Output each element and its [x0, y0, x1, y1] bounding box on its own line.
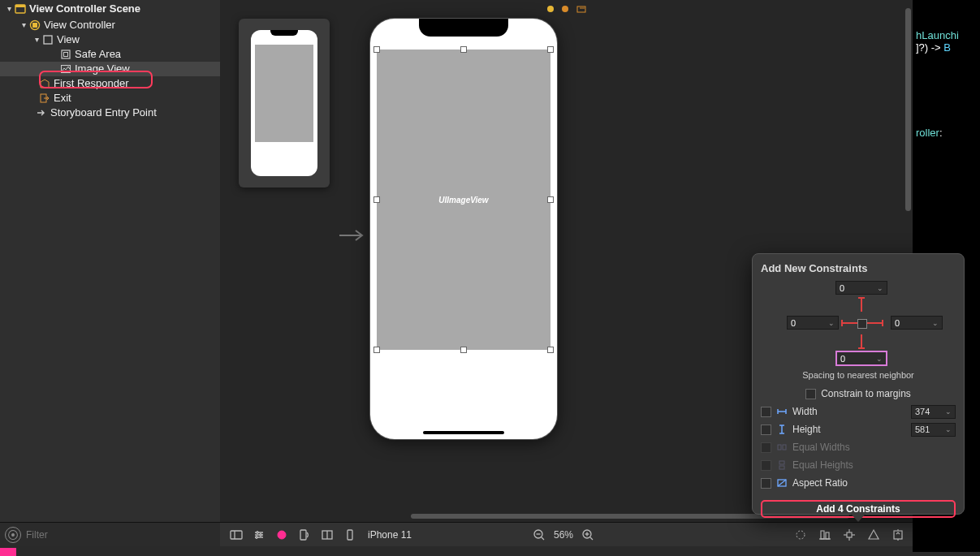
outline-label: Exit — [54, 91, 71, 106]
imageview-label: UIImageView — [438, 196, 488, 205]
disclosure-icon[interactable]: ▾ — [32, 32, 41, 47]
outline-row-exit[interactable]: Exit — [0, 91, 220, 106]
outline-row-safe-area[interactable]: Safe Area — [0, 47, 220, 62]
resize-handle[interactable] — [547, 347, 554, 353]
constrain-margins-checkbox[interactable] — [805, 389, 816, 399]
svg-rect-3 — [32, 23, 37, 28]
popover-title: Add New Constraints — [761, 262, 956, 274]
svg-line-22 — [542, 537, 544, 540]
dropdown-icon[interactable]: ⌄ — [828, 319, 835, 327]
viewcontroller-icon — [29, 19, 41, 31]
panel-toggle-icon[interactable] — [230, 528, 243, 541]
dropdown-icon[interactable]: ⌄ — [932, 319, 939, 327]
zoom-out-icon[interactable] — [533, 528, 546, 541]
resolve-icon[interactable] — [867, 528, 880, 541]
resize-handle[interactable] — [373, 196, 380, 203]
exit-icon — [39, 93, 50, 104]
aspect-ratio-checkbox[interactable] — [761, 478, 771, 489]
svg-rect-41 — [779, 461, 784, 464]
pin-left-field[interactable]: 0⌄ — [787, 316, 839, 330]
scene-dock[interactable] — [547, 4, 586, 14]
resize-handle[interactable] — [373, 347, 380, 353]
adjust-icon[interactable] — [253, 528, 266, 541]
outline-row-view[interactable]: ▾ View — [0, 32, 220, 47]
width-checkbox[interactable] — [761, 407, 771, 417]
disclosure-icon[interactable]: ▾ — [5, 2, 13, 16]
resize-handle[interactable] — [547, 46, 554, 53]
equal-widths-checkbox — [761, 442, 771, 453]
align-icon[interactable] — [818, 528, 831, 541]
outline-label: Safe Area — [75, 47, 121, 62]
outline-label: Storyboard Entry Point — [50, 106, 157, 120]
pin-strut-top[interactable] — [861, 297, 862, 312]
dropdown-icon[interactable]: ⌄ — [945, 425, 952, 433]
zoom-in-icon[interactable] — [581, 528, 594, 541]
update-frames-icon[interactable] — [794, 528, 807, 541]
safearea-icon — [60, 49, 71, 60]
vertical-scrollbar[interactable] — [905, 8, 911, 211]
width-field[interactable]: 374⌄ — [911, 405, 956, 419]
layout-icon[interactable] — [321, 528, 334, 541]
svg-rect-17 — [300, 530, 306, 540]
constraints-popover: Add New Constraints 0⌄ 0⌄ 0⌄ 0⌄ Spacing … — [752, 253, 965, 515]
view-icon — [42, 34, 54, 45]
orientation-icon[interactable] — [298, 528, 311, 541]
embed-icon[interactable] — [891, 528, 904, 541]
outline-label: View Controller Scene — [29, 2, 140, 16]
resize-handle[interactable] — [460, 347, 467, 353]
aspect-ratio-label: Aspect Ratio — [792, 477, 848, 489]
outline-label: First Responder — [54, 76, 128, 91]
thumbnail-device — [251, 30, 317, 176]
pin-strut-right[interactable] — [867, 322, 883, 324]
height-field[interactable]: 581⌄ — [911, 423, 956, 437]
device-icon[interactable] — [343, 528, 356, 541]
pin-value: 0 — [895, 318, 900, 328]
outline-scene-row[interactable]: ▾ View Controller Scene — [0, 0, 220, 18]
code-token: ]?) -> — [916, 41, 943, 54]
disclosure-icon[interactable]: ▾ — [19, 18, 28, 32]
dropdown-icon[interactable]: ⌄ — [945, 407, 952, 416]
resize-handle[interactable] — [460, 46, 467, 53]
height-label: Height — [792, 424, 821, 435]
thumbnail-imageview — [255, 45, 313, 142]
home-indicator — [423, 431, 504, 434]
height-value: 581 — [915, 425, 930, 434]
dock-dot[interactable] — [547, 6, 554, 12]
svg-rect-1 — [15, 5, 25, 7]
dropdown-icon[interactable]: ⌄ — [876, 355, 883, 363]
pin-right-field[interactable]: 0⌄ — [891, 316, 943, 330]
outline-row-image-view[interactable]: Image View — [0, 62, 220, 76]
dock-dot[interactable] — [562, 6, 568, 12]
resize-handle[interactable] — [373, 46, 380, 53]
thumbnail-panel[interactable] — [239, 19, 330, 187]
pin-bottom-field[interactable]: 0⌄ — [835, 351, 887, 366]
filter-input[interactable] — [26, 529, 220, 541]
scene-icon — [15, 3, 26, 15]
pin-strut-bottom[interactable] — [861, 334, 862, 349]
svg-line-25 — [590, 537, 593, 540]
dropdown-icon[interactable]: ⌄ — [877, 284, 883, 292]
zoom-value[interactable]: 56% — [554, 529, 573, 541]
outline-row-first-responder[interactable]: First Responder — [0, 76, 220, 91]
pin-value: 0 — [840, 354, 845, 364]
width-value: 374 — [915, 407, 930, 416]
svg-rect-20 — [348, 530, 352, 540]
bottom-accent-strip — [0, 548, 16, 556]
filter-scope-button[interactable]: ⦿ — [5, 527, 21, 543]
pin-top-field[interactable]: 0⌄ — [835, 281, 887, 295]
dock-icon[interactable] — [576, 4, 586, 14]
appearance-icon[interactable] — [275, 528, 288, 541]
uiimageview-canvas[interactable]: UIImageView — [377, 50, 550, 350]
device-preview[interactable]: UIImageView — [370, 19, 557, 439]
pin-strut-left[interactable] — [841, 322, 857, 324]
svg-rect-10 — [577, 6, 585, 12]
pin-icon[interactable] — [843, 528, 856, 541]
outline-row-entry-point[interactable]: Storyboard Entry Point — [0, 106, 220, 120]
equal-heights-icon — [776, 459, 788, 471]
outline-row-view-controller[interactable]: ▾ View Controller — [0, 18, 220, 32]
resize-handle[interactable] — [547, 196, 554, 203]
svg-rect-39 — [778, 445, 781, 450]
height-checkbox[interactable] — [761, 425, 771, 435]
svg-rect-40 — [783, 445, 786, 450]
device-label[interactable]: iPhone 11 — [368, 529, 412, 541]
